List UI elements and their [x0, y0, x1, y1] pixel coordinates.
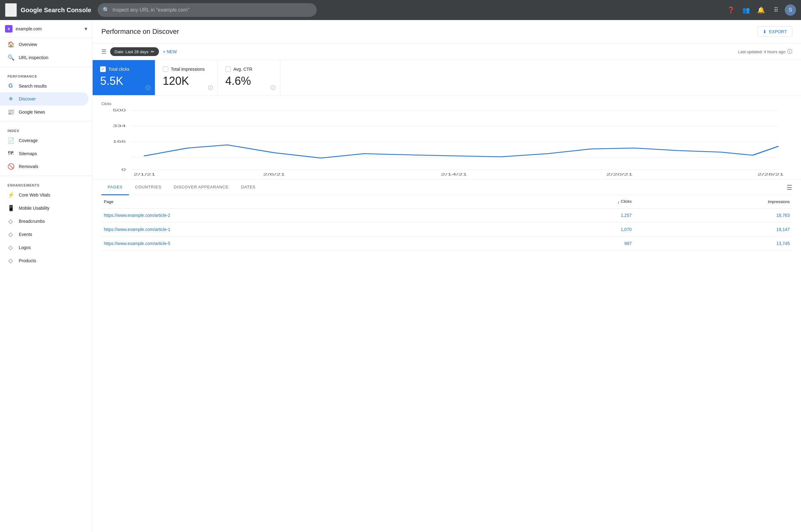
sidebar-item-removals[interactable]: 🚫 Removals [0, 160, 89, 173]
sidebar-item-url-inspection[interactable]: 🔍 URL inspection [0, 51, 89, 64]
sidebar-item-google-news[interactable]: 📰 Google News [0, 106, 89, 119]
core-web-vitals-icon: ⚡ [7, 191, 14, 198]
tab-discover-appearance[interactable]: DISCOVER APPEARANCE [168, 179, 235, 195]
export-button[interactable]: ⬇ EXPORT [758, 26, 792, 37]
sidebar-item-discover[interactable]: ✳ Discover [0, 92, 89, 106]
svg-text:500: 500 [113, 108, 126, 112]
metric-label-ctr: Avg. CTR [233, 66, 252, 72]
tabs-row: PAGES COUNTRIES DISCOVER APPEARANCE DATE… [101, 179, 792, 195]
svg-text:2/6/21: 2/6/21 [263, 172, 285, 176]
metric-checkbox-total-clicks: ✓ [100, 66, 106, 72]
nav-icons-group: ❓ 👥 🔔 ⠿ S [725, 4, 796, 16]
tab-dates[interactable]: DATES [235, 179, 262, 195]
sidebar-item-overview[interactable]: 🏠 Overview [0, 38, 89, 51]
metric-card-total-impressions[interactable]: Total impressions 120K ⓘ [155, 60, 218, 95]
tab-pages[interactable]: PAGES [101, 179, 129, 195]
logos-icon: ◇ [7, 244, 14, 251]
removals-icon: 🚫 [7, 163, 14, 170]
svg-text:2/1/21: 2/1/21 [134, 172, 155, 176]
date-chip-label: Date: Last 28 days [115, 50, 148, 54]
sidebar-item-search-results[interactable]: G Search results [0, 79, 89, 92]
table-row: https://www.example.com/article-2 1,257 … [101, 208, 792, 222]
column-filter-icon[interactable]: ☰ [787, 180, 792, 195]
main-layout: e example.com ▾ 🏠 Overview 🔍 URL inspect… [0, 20, 801, 532]
metric-card-avg-ctr[interactable]: Avg. CTR 4.6% ⓘ [218, 60, 280, 95]
svg-text:2/20/21: 2/20/21 [606, 172, 633, 176]
metric-help-icon-ctr: ⓘ [271, 85, 276, 91]
sidebar-item-breadcrumbs[interactable]: ◇ Breadcrumbs [0, 215, 89, 228]
app-logo: Google Search Console [21, 6, 91, 14]
chart-container: 500 334 166 0 2/1/21 2/6/21 2/14/21 2/20… [101, 107, 792, 176]
sidebar-item-label: Search results [19, 83, 46, 89]
url-inspection-search[interactable]: 🔍 [98, 3, 317, 17]
date-filter-chip[interactable]: Date: Last 28 days ✏ [110, 47, 159, 56]
mobile-icon: 📱 [7, 205, 14, 212]
data-table: Page ↓Clicks Impressions https://www.exa… [101, 195, 792, 251]
sidebar-item-label: Overview [19, 42, 37, 47]
svg-text:0: 0 [121, 168, 126, 171]
performance-chart: 500 334 166 0 2/1/21 2/6/21 2/14/21 2/20… [101, 107, 792, 176]
apps-grid-button[interactable]: ⠿ [770, 4, 782, 16]
col-header-page[interactable]: Page [101, 195, 521, 208]
metric-help-icon-impressions: ⓘ [208, 85, 213, 91]
last-updated: Last updated: 4 hours ago ⓘ [738, 49, 792, 55]
sidebar-item-logos[interactable]: ◇ Logos [0, 241, 89, 254]
user-avatar[interactable]: S [785, 4, 796, 16]
users-button[interactable]: 👥 [740, 4, 752, 16]
home-icon: 🏠 [7, 41, 14, 48]
metric-help-icon-clicks: ⓘ [146, 85, 151, 91]
svg-text:2/28/21: 2/28/21 [758, 172, 784, 176]
sidebar: e example.com ▾ 🏠 Overview 🔍 URL inspect… [0, 20, 93, 532]
cell-impressions: 19,147 [634, 222, 792, 236]
metric-label-total-clicks: Total clicks [108, 66, 130, 72]
col-header-clicks[interactable]: ↓Clicks [521, 195, 634, 208]
cell-clicks: 987 [521, 236, 634, 250]
metric-card-total-clicks[interactable]: ✓ Total clicks 5.5K ⓘ [93, 60, 155, 95]
metrics-row: ✓ Total clicks 5.5K ⓘ Total impressions … [93, 60, 801, 95]
cell-page[interactable]: https://www.example.com/article-5 [101, 236, 521, 250]
sidebar-item-mobile-usability[interactable]: 📱 Mobile Usability [0, 202, 89, 215]
filter-icon[interactable]: ☰ [101, 48, 107, 55]
sidebar-item-label: Logos [19, 245, 31, 250]
sidebar-item-products[interactable]: ◇ Products [0, 254, 89, 267]
last-updated-help-icon[interactable]: ⓘ [787, 49, 792, 55]
coverage-icon: 📄 [7, 137, 14, 144]
discover-icon: ✳ [7, 95, 14, 102]
filter-bar: ☰ Date: Last 28 days ✏ + NEW Last update… [93, 43, 801, 60]
sidebar-item-label: Google News [19, 110, 45, 115]
sort-icon: ↓ [617, 200, 619, 204]
svg-text:334: 334 [113, 124, 126, 128]
property-icon: e [5, 25, 13, 33]
sidebar-item-events[interactable]: ◇ Events [0, 228, 89, 241]
search-icon: 🔍 [103, 6, 110, 14]
sidebar-item-label: Coverage [19, 138, 38, 143]
sidebar-item-coverage[interactable]: 📄 Coverage [0, 134, 89, 147]
performance-section-label: Performance [0, 70, 92, 79]
chart-area: Clicks 500 334 166 0 [93, 95, 801, 179]
index-section-label: Index [0, 124, 92, 134]
new-filter-button[interactable]: + NEW [163, 49, 177, 54]
tab-countries[interactable]: COUNTRIES [129, 179, 168, 195]
help-button[interactable]: ❓ [725, 4, 737, 16]
hamburger-menu[interactable]: ☰ [5, 3, 17, 17]
sidebar-item-sitemaps[interactable]: 🗺 Sitemaps [0, 147, 89, 160]
table-row: https://www.example.com/article-5 987 13… [101, 236, 792, 250]
property-name: example.com [16, 26, 81, 31]
svg-text:2/14/21: 2/14/21 [441, 172, 467, 176]
cell-page[interactable]: https://www.example.com/article-2 [101, 208, 521, 222]
sidebar-divider-1 [0, 66, 92, 67]
sidebar-item-label: Products [19, 258, 36, 263]
cell-page[interactable]: https://www.example.com/article-1 [101, 222, 521, 236]
metric-label-impressions: Total impressions [171, 66, 205, 72]
col-header-impressions[interactable]: Impressions [634, 195, 792, 208]
sitemaps-icon: 🗺 [7, 150, 14, 157]
search-input[interactable] [113, 7, 312, 13]
export-icon: ⬇ [763, 29, 767, 34]
notifications-button[interactable]: 🔔 [755, 4, 767, 16]
sidebar-item-label: Discover [19, 96, 36, 101]
chart-y-label: Clicks [101, 102, 792, 106]
cell-clicks: 1,070 [521, 222, 634, 236]
sidebar-item-core-web-vitals[interactable]: ⚡ Core Web Vitals [0, 188, 89, 202]
google-g-icon: G [7, 83, 14, 89]
property-selector[interactable]: e example.com ▾ [0, 20, 92, 38]
